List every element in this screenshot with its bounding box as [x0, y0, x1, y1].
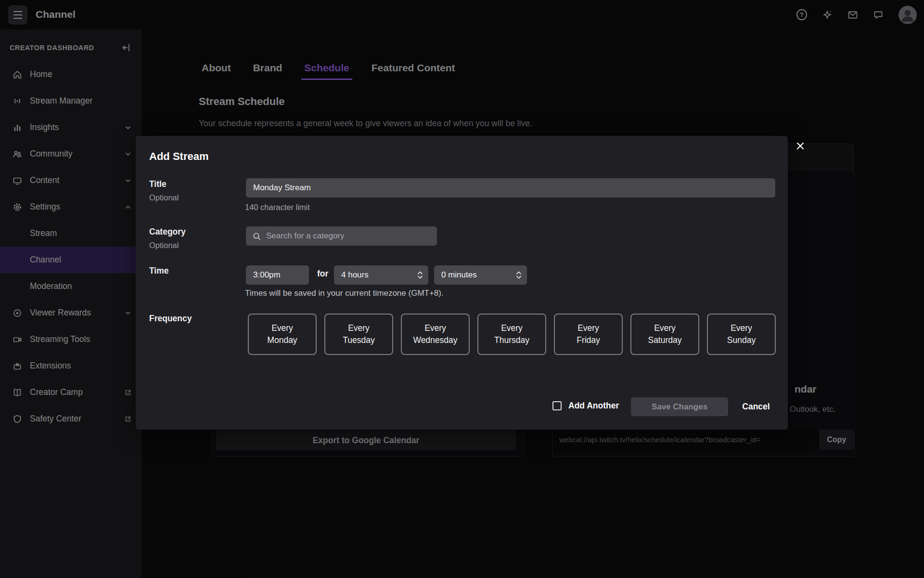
- frequency-day: Saturday: [648, 334, 681, 346]
- stepper-icon: [417, 270, 423, 280]
- add-another-label[interactable]: Add Another: [568, 401, 619, 411]
- frequency-word: Every: [501, 322, 523, 334]
- frequency-sunday-button[interactable]: Every Sunday: [707, 314, 776, 355]
- timezone-note: Times will be saved in your current time…: [245, 289, 444, 298]
- frequency-day: Sunday: [727, 334, 756, 346]
- save-changes-button[interactable]: Save Changes: [631, 397, 728, 416]
- add-stream-modal: Add Stream Title Optional 140 character …: [136, 136, 788, 430]
- frequency-word: Every: [348, 322, 370, 334]
- frequency-wednesday-button[interactable]: Every Wednesday: [401, 314, 470, 355]
- frequency-word: Every: [578, 322, 599, 334]
- title-helper-text: 140 character limit: [245, 203, 310, 212]
- frequency-word: Every: [271, 322, 293, 334]
- frequency-saturday-button[interactable]: Every Saturday: [630, 314, 699, 355]
- modal-close-icon[interactable]: [793, 139, 808, 153]
- title-input[interactable]: [246, 178, 775, 197]
- stepper-icon: [516, 270, 522, 280]
- add-another-checkbox[interactable]: [552, 401, 562, 410]
- frequency-thursday-button[interactable]: Every Thursday: [477, 314, 546, 355]
- modal-title: Add Stream: [149, 150, 208, 163]
- category-optional-label: Optional: [149, 241, 179, 250]
- frequency-day: Tuesday: [343, 334, 374, 346]
- for-label: for: [317, 269, 328, 279]
- frequency-label: Frequency: [149, 314, 192, 324]
- frequency-options: Every Monday Every Tuesday Every Wednesd…: [248, 314, 776, 355]
- category-search: [246, 226, 437, 246]
- frequency-word: Every: [424, 322, 446, 334]
- frequency-word: Every: [654, 322, 676, 334]
- title-label: Title: [149, 179, 167, 189]
- screen: Channel: [0, 0, 924, 578]
- frequency-monday-button[interactable]: Every Monday: [248, 314, 317, 355]
- duration-minutes-value: 0 minutes: [441, 270, 477, 280]
- duration-hours-select[interactable]: 4 hours: [334, 265, 428, 285]
- frequency-day: Thursday: [494, 334, 529, 346]
- category-label: Category: [149, 227, 186, 237]
- frequency-day: Monday: [267, 334, 297, 346]
- frequency-day: Wednesday: [413, 334, 457, 346]
- duration-hours-value: 4 hours: [341, 270, 369, 280]
- frequency-friday-button[interactable]: Every Friday: [554, 314, 623, 355]
- title-optional-label: Optional: [149, 193, 179, 202]
- duration-minutes-select[interactable]: 0 minutes: [434, 265, 527, 285]
- frequency-tuesday-button[interactable]: Every Tuesday: [324, 314, 393, 355]
- frequency-day: Friday: [577, 334, 600, 346]
- start-time-input[interactable]: [246, 265, 309, 285]
- category-search-input[interactable]: [246, 226, 437, 246]
- time-label: Time: [149, 266, 169, 276]
- cancel-button[interactable]: Cancel: [737, 397, 775, 416]
- frequency-word: Every: [731, 322, 752, 334]
